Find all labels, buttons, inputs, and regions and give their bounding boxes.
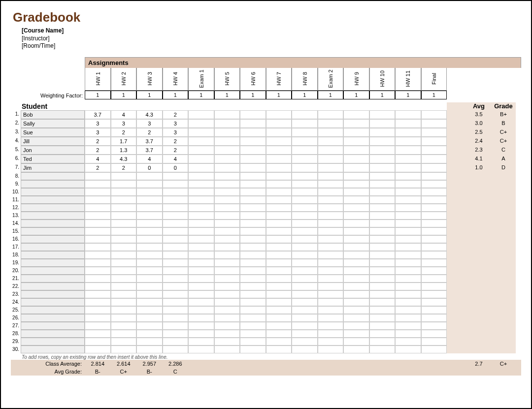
score-cell[interactable] xyxy=(85,220,111,227)
student-name-cell[interactable] xyxy=(21,220,85,227)
score-cell[interactable] xyxy=(318,163,344,172)
score-cell[interactable] xyxy=(188,212,214,220)
weight-cell[interactable]: 1 xyxy=(111,91,137,99)
score-cell[interactable] xyxy=(369,346,396,353)
score-cell[interactable] xyxy=(240,163,266,172)
score-cell[interactable] xyxy=(395,314,421,322)
score-cell[interactable] xyxy=(266,290,292,298)
score-cell[interactable] xyxy=(318,306,344,314)
score-cell[interactable] xyxy=(343,204,369,212)
score-cell[interactable] xyxy=(266,188,292,196)
score-cell[interactable] xyxy=(111,306,137,314)
score-cell[interactable] xyxy=(369,146,396,155)
score-cell[interactable] xyxy=(240,155,266,163)
score-cell[interactable] xyxy=(188,251,214,259)
score-cell[interactable] xyxy=(188,298,214,306)
weight-cell[interactable]: 1 xyxy=(266,91,292,99)
score-cell[interactable] xyxy=(318,243,344,251)
score-cell[interactable] xyxy=(240,290,266,298)
score-cell[interactable] xyxy=(292,146,318,155)
score-cell[interactable] xyxy=(266,243,292,251)
score-cell[interactable] xyxy=(395,180,421,188)
score-cell[interactable] xyxy=(395,338,421,346)
score-cell[interactable] xyxy=(163,275,189,283)
score-cell[interactable] xyxy=(369,212,396,220)
score-cell[interactable] xyxy=(85,338,111,346)
score-cell[interactable] xyxy=(318,290,344,298)
score-cell[interactable] xyxy=(111,180,137,188)
score-cell[interactable] xyxy=(266,119,292,128)
score-cell[interactable] xyxy=(214,128,240,137)
score-cell[interactable] xyxy=(292,338,318,346)
score-cell[interactable]: 3 xyxy=(163,128,189,137)
student-name-cell[interactable] xyxy=(21,346,85,353)
score-cell[interactable] xyxy=(369,290,396,298)
score-cell[interactable] xyxy=(343,110,369,119)
score-cell[interactable] xyxy=(85,251,111,259)
score-cell[interactable] xyxy=(421,283,447,290)
score-cell[interactable] xyxy=(343,155,369,163)
score-cell[interactable] xyxy=(111,330,137,338)
score-cell[interactable] xyxy=(421,128,447,137)
score-cell[interactable] xyxy=(421,235,447,243)
score-cell[interactable] xyxy=(292,188,318,196)
score-cell[interactable] xyxy=(188,306,214,314)
score-cell[interactable] xyxy=(369,259,396,267)
score-cell[interactable] xyxy=(318,251,344,259)
score-cell[interactable] xyxy=(395,188,421,196)
score-cell[interactable] xyxy=(318,180,344,188)
weight-cell[interactable]: 1 xyxy=(85,91,111,99)
score-cell[interactable] xyxy=(421,330,447,338)
score-cell[interactable] xyxy=(266,275,292,283)
score-cell[interactable] xyxy=(85,306,111,314)
score-cell[interactable] xyxy=(188,220,214,227)
score-cell[interactable] xyxy=(111,275,137,283)
score-cell[interactable] xyxy=(240,235,266,243)
score-cell[interactable] xyxy=(240,330,266,338)
score-cell[interactable] xyxy=(369,227,396,235)
score-cell[interactable] xyxy=(292,322,318,330)
score-cell[interactable] xyxy=(395,119,421,128)
score-cell[interactable] xyxy=(369,220,396,227)
score-cell[interactable] xyxy=(136,212,163,220)
score-cell[interactable] xyxy=(85,196,111,204)
student-name-cell[interactable] xyxy=(21,212,85,220)
score-cell[interactable] xyxy=(343,196,369,204)
score-cell[interactable] xyxy=(292,243,318,251)
score-cell[interactable] xyxy=(369,155,396,163)
score-cell[interactable] xyxy=(421,290,447,298)
score-cell[interactable] xyxy=(292,137,318,146)
score-cell[interactable] xyxy=(266,251,292,259)
score-cell[interactable] xyxy=(395,283,421,290)
score-cell[interactable] xyxy=(369,306,396,314)
score-cell[interactable] xyxy=(318,204,344,212)
score-cell[interactable] xyxy=(421,243,447,251)
score-cell[interactable] xyxy=(188,330,214,338)
score-cell[interactable] xyxy=(343,314,369,322)
score-cell[interactable] xyxy=(240,314,266,322)
score-cell[interactable] xyxy=(85,283,111,290)
score-cell[interactable] xyxy=(240,227,266,235)
score-cell[interactable] xyxy=(188,235,214,243)
score-cell[interactable]: 2 xyxy=(85,163,111,172)
student-name-cell[interactable] xyxy=(21,338,85,346)
score-cell[interactable] xyxy=(188,146,214,155)
score-cell[interactable]: 4 xyxy=(111,110,137,119)
score-cell[interactable] xyxy=(395,146,421,155)
score-cell[interactable] xyxy=(318,172,344,180)
score-cell[interactable] xyxy=(163,346,189,353)
student-name-cell[interactable] xyxy=(21,172,85,180)
score-cell[interactable] xyxy=(421,275,447,283)
score-cell[interactable] xyxy=(369,119,396,128)
score-cell[interactable] xyxy=(292,298,318,306)
score-cell[interactable] xyxy=(318,196,344,204)
score-cell[interactable] xyxy=(318,227,344,235)
score-cell[interactable] xyxy=(369,283,396,290)
score-cell[interactable] xyxy=(292,227,318,235)
score-cell[interactable]: 4.3 xyxy=(136,110,163,119)
score-cell[interactable] xyxy=(214,338,240,346)
score-cell[interactable] xyxy=(111,267,137,275)
score-cell[interactable] xyxy=(163,338,189,346)
score-cell[interactable] xyxy=(111,251,137,259)
score-cell[interactable] xyxy=(214,243,240,251)
